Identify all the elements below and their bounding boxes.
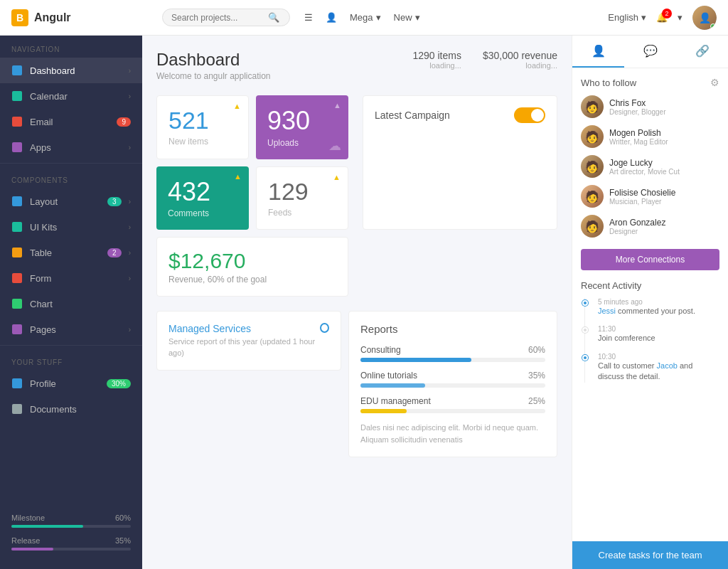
sidebar-item-chart[interactable]: Chart: [0, 291, 142, 317]
campaign-toggle[interactable]: [514, 107, 545, 123]
uploads-count: 930: [267, 107, 337, 135]
recent-activity-title: Recent Activity: [581, 280, 719, 291]
components-section-label: Components: [0, 166, 142, 188]
notification-btn[interactable]: 🔔 2: [656, 12, 668, 23]
items-stat-value: 1290 items: [412, 50, 461, 61]
mega-menu-btn[interactable]: Mega ▾: [350, 12, 381, 23]
tab-messages[interactable]: 💬: [624, 36, 676, 68]
follow-item-chrisfox: 🧑 Chris Fox Designer, Blogger: [581, 95, 719, 118]
sidebar-item-label: Table: [30, 248, 100, 258]
sidebar-item-label: Calendar: [30, 91, 122, 102]
sidebar-item-pages[interactable]: Pages ›: [0, 317, 142, 342]
new-menu-btn[interactable]: New ▾: [394, 12, 420, 23]
language-selector[interactable]: English ▾: [608, 12, 646, 23]
report-bar: [360, 358, 545, 362]
sidebar-item-label: Dashboard: [30, 65, 122, 76]
stat-card-feeds: ▲ 129 Feeds: [256, 166, 348, 230]
sidebar-item-profile[interactable]: Profile 30%: [0, 371, 142, 396]
sidebar-item-documents[interactable]: Documents: [0, 396, 142, 422]
cloud-icon: ☁: [328, 138, 341, 154]
sidebar-item-layout[interactable]: Layout 3 ›: [0, 188, 142, 214]
search-input[interactable]: [171, 13, 264, 23]
follow-name: Folisise Chosielie: [609, 188, 675, 198]
arrow-up-icon: ▲: [234, 172, 242, 181]
avatar-jogelucky: 🧑: [581, 155, 604, 178]
create-tasks-btn[interactable]: Create tasks for the team: [572, 541, 728, 569]
report-description: Dales nisi nec adipiscing elit. Morbi id…: [360, 422, 545, 445]
avatar-mogenpolish: 🧑: [581, 125, 604, 148]
sidebar-item-table[interactable]: Table 2 ›: [0, 240, 142, 265]
chevron-icon: ›: [129, 223, 131, 231]
more-connections-btn[interactable]: More Connections: [581, 249, 719, 270]
activity-timeline: [584, 298, 585, 383]
activity-link[interactable]: Jessi: [598, 307, 616, 315]
report-fill: [360, 409, 407, 413]
follow-item-arongonzalez: 🧑 Aron Gonzalez Designer: [581, 215, 719, 238]
campaign-header: Latest Campaign: [375, 107, 545, 123]
user-icon-btn[interactable]: 👤: [326, 12, 337, 23]
chevron-icon: ›: [129, 67, 131, 75]
items-stat-label: loading...: [412, 61, 461, 70]
sidebar-item-email[interactable]: Email 9: [0, 109, 142, 134]
bottom-section: Managed Services Service report of this …: [156, 311, 557, 457]
managed-subtitle: Service report of this year (updated 1 h…: [168, 336, 320, 358]
notification-badge: 2: [662, 9, 672, 18]
report-label: EDU management: [360, 396, 431, 406]
page-subtitle: Welcome to angulr application: [156, 71, 271, 81]
sidebar-item-dashboard[interactable]: Dashboard ›: [0, 58, 142, 83]
sidebar-item-uikits[interactable]: UI Kits ›: [0, 214, 142, 240]
user-avatar[interactable]: 👤: [692, 6, 717, 30]
main-content: Dashboard Welcome to angulr application …: [142, 36, 572, 569]
activity-text: Jessi commented your post.: [598, 306, 719, 317]
reports-title: Reports: [360, 323, 545, 335]
activity-item-3: 10:30 Call to customer Jacob and discuss…: [592, 353, 719, 383]
report-row-tutorials: Online tutorials 35%: [360, 371, 545, 388]
stat-card-comments: ▲ 432 Comments: [156, 166, 249, 230]
circle-icon: [320, 323, 329, 333]
release-label: Release: [11, 536, 40, 545]
tab-profile[interactable]: 👤: [572, 36, 624, 68]
activity-dot: [582, 327, 588, 333]
topbar-nav: ☰ 👤 Mega ▾ New ▾: [304, 12, 420, 23]
activity-dot: [582, 300, 588, 306]
search-icon[interactable]: 🔍: [268, 12, 279, 23]
activity-time: 5 minutes ago: [598, 298, 719, 306]
activity-time: 10:30: [598, 353, 719, 361]
apps-icon: [11, 142, 23, 153]
sidebar-item-label: Profile: [30, 378, 100, 389]
stat-card-uploads: ▲ 930 Uploads ☁: [256, 95, 348, 159]
follow-item-jogelucky: 🧑 Joge Lucky Art director, Movie Cut: [581, 155, 719, 178]
uikit-icon: [11, 221, 23, 233]
chevron-icon: ›: [129, 92, 131, 100]
toggle-slider: [514, 107, 545, 123]
panel-content: Who to follow ⚙ 🧑 Chris Fox Designer, Bl…: [572, 68, 728, 541]
tab-connections[interactable]: 🔗: [676, 36, 728, 68]
menu-icon-btn[interactable]: ☰: [304, 12, 313, 23]
sidebar-item-calendar[interactable]: Calendar ›: [0, 83, 142, 109]
campaign-title: Latest Campaign: [375, 110, 450, 121]
logo-icon: B: [11, 9, 28, 26]
comments-count: 432: [168, 178, 237, 206]
activity-link[interactable]: Jacob: [657, 361, 678, 370]
settings-icon[interactable]: ▾: [678, 12, 682, 23]
items-count: 521: [168, 107, 237, 134]
avatar-arongonzalez: 🧑: [581, 215, 604, 238]
follow-name: Mogen Polish: [609, 128, 668, 138]
sidebar-item-form[interactable]: Form ›: [0, 265, 142, 291]
profile-badge: 30%: [107, 379, 131, 388]
sidebar-item-apps[interactable]: Apps ›: [0, 134, 142, 160]
avatar-folisise: 🧑: [581, 185, 604, 208]
gear-btn[interactable]: ⚙: [710, 77, 719, 88]
follow-info: Mogen Polish Writter, Mag Editor: [609, 128, 668, 146]
profile-icon: [11, 378, 23, 389]
page-header: Dashboard Welcome to angulr application …: [156, 50, 557, 81]
report-fill: [360, 358, 471, 362]
managed-title: Managed Services: [168, 323, 320, 334]
chevron-icon: ›: [129, 144, 131, 151]
follow-name: Aron Gonzalez: [609, 218, 665, 228]
milestone-fill: [11, 525, 83, 528]
activity-item-1: 5 minutes ago Jessi commented your post.: [592, 298, 719, 317]
search-box[interactable]: 🔍: [162, 9, 290, 26]
activity-dot: [582, 355, 588, 361]
stat-card-items: ▲ 521 New items: [156, 95, 249, 159]
